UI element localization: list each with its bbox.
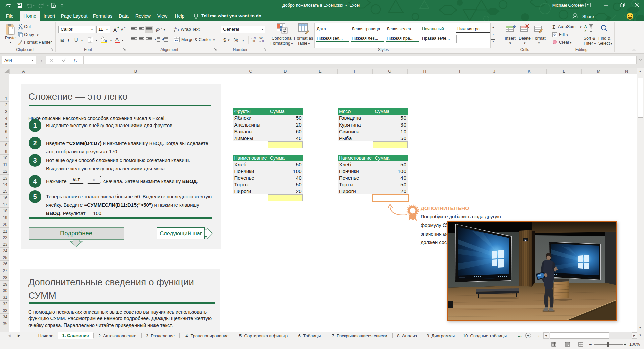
svg-text:c: c — [174, 29, 175, 32]
svg-text:x: x — [75, 60, 77, 63]
svg-text:Z: Z — [584, 29, 586, 33]
svg-text:A: A — [584, 24, 587, 28]
